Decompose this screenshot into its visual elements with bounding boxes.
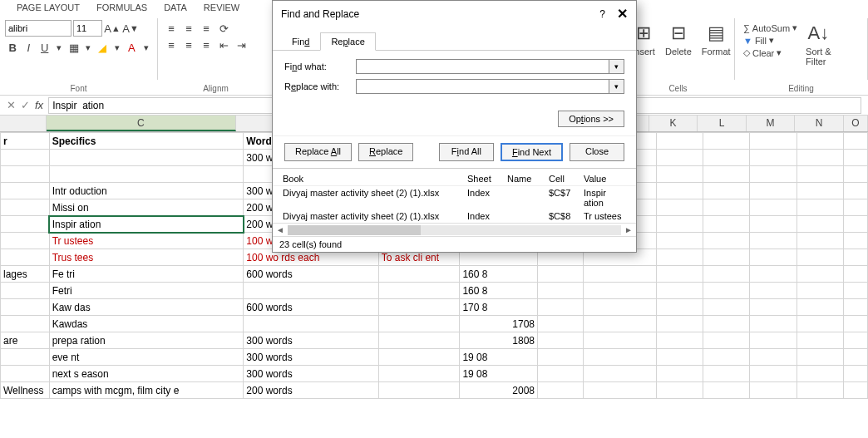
cell[interactable]: [703, 366, 750, 382]
cell[interactable]: [750, 316, 796, 332]
cell[interactable]: [796, 133, 843, 150]
align-center-icon[interactable]: ≡: [180, 37, 197, 53]
cell[interactable]: 1808: [460, 332, 538, 349]
cell[interactable]: [796, 366, 843, 382]
result-col-name[interactable]: Name: [504, 174, 545, 184]
col-header-m[interactable]: M: [747, 116, 795, 131]
cell[interactable]: [378, 266, 460, 283]
cell[interactable]: [378, 349, 460, 366]
cell[interactable]: Specifics: [49, 133, 244, 150]
cell[interactable]: [656, 183, 703, 199]
cell[interactable]: [49, 166, 244, 183]
cell[interactable]: 300 words: [244, 349, 378, 366]
cell[interactable]: [244, 283, 378, 299]
cell[interactable]: [703, 233, 750, 249]
cell[interactable]: Fe tri: [49, 266, 244, 283]
cell[interactable]: [796, 216, 843, 233]
cell[interactable]: [703, 349, 750, 366]
find-all-button[interactable]: Find All: [439, 143, 494, 161]
cell[interactable]: [1, 199, 50, 216]
cell[interactable]: prepa ration: [49, 332, 244, 349]
cell[interactable]: [796, 233, 843, 249]
cell[interactable]: [703, 316, 750, 332]
cell[interactable]: [844, 316, 868, 332]
indent-dec-icon[interactable]: ⇤: [215, 37, 232, 53]
cell[interactable]: [656, 166, 703, 183]
cell[interactable]: [703, 150, 750, 166]
cell[interactable]: [244, 316, 378, 332]
format-button[interactable]: ▤Format: [697, 20, 736, 78]
cell[interactable]: [844, 299, 868, 316]
font-size-select[interactable]: [73, 20, 102, 37]
fill-button[interactable]: ▼Fill▾: [743, 34, 797, 47]
align-bot-icon[interactable]: ≡: [198, 20, 215, 37]
cell[interactable]: [703, 332, 750, 349]
fx-icon[interactable]: fx: [35, 99, 43, 111]
cell[interactable]: [656, 332, 703, 349]
cell[interactable]: Fetri: [49, 283, 244, 299]
cell[interactable]: [538, 382, 584, 399]
increase-font-icon[interactable]: A▲: [104, 20, 121, 37]
cell[interactable]: [538, 299, 584, 316]
cell[interactable]: [378, 316, 460, 332]
cell[interactable]: [750, 216, 796, 233]
cell[interactable]: [656, 299, 703, 316]
enter-icon[interactable]: ✓: [21, 99, 30, 111]
result-col-value[interactable]: Value: [580, 174, 629, 184]
cell[interactable]: [796, 166, 843, 183]
cell[interactable]: [656, 349, 703, 366]
cell[interactable]: [656, 199, 703, 216]
cell[interactable]: [750, 233, 796, 249]
cell[interactable]: [583, 283, 656, 299]
cell[interactable]: [1, 166, 50, 183]
cell[interactable]: [583, 332, 656, 349]
cell[interactable]: [844, 249, 868, 266]
cell[interactable]: [703, 133, 750, 150]
cell[interactable]: [796, 199, 843, 216]
cell[interactable]: [750, 266, 796, 283]
cell[interactable]: [656, 233, 703, 249]
autosum-button[interactable]: ∑AutoSum▾: [743, 22, 797, 34]
replace-with-input[interactable]: [356, 79, 609, 94]
indent-inc-icon[interactable]: ⇥: [233, 37, 249, 53]
cell[interactable]: 600 words: [244, 266, 378, 283]
cell[interactable]: [796, 316, 843, 332]
result-col-cell[interactable]: Cell: [545, 174, 580, 184]
cell[interactable]: [796, 283, 843, 299]
scroll-right-icon[interactable]: ►: [624, 225, 633, 234]
cell[interactable]: [538, 266, 584, 283]
cell[interactable]: [656, 150, 703, 166]
cell[interactable]: [1, 150, 50, 166]
cell[interactable]: [378, 299, 460, 316]
cell[interactable]: [49, 150, 244, 166]
tab-data[interactable]: DATA: [155, 0, 195, 18]
cell[interactable]: [844, 349, 868, 366]
options-button[interactable]: Options >>: [558, 111, 624, 127]
cell[interactable]: [844, 266, 868, 283]
col-header-n[interactable]: N: [795, 116, 843, 131]
cell[interactable]: 200 words: [244, 382, 378, 399]
cell[interactable]: 19 08: [460, 366, 538, 382]
cell[interactable]: [1, 283, 50, 299]
cell[interactable]: [796, 183, 843, 199]
cell[interactable]: [750, 349, 796, 366]
cell[interactable]: 600 words: [244, 299, 378, 316]
italic-button[interactable]: I: [21, 39, 36, 56]
align-left-icon[interactable]: ≡: [163, 37, 180, 53]
cell[interactable]: [796, 266, 843, 283]
tab-pagelayout[interactable]: PAGE LAYOUT: [8, 0, 88, 18]
cell[interactable]: Inspir ation: [49, 216, 244, 233]
fill-color-button[interactable]: ◢: [95, 39, 110, 56]
cell[interactable]: Missi on: [49, 199, 244, 216]
clear-button[interactable]: ◇Clear▾: [743, 47, 797, 59]
cell[interactable]: [750, 199, 796, 216]
tab-replace[interactable]: Replace: [320, 32, 375, 51]
cell[interactable]: [796, 150, 843, 166]
close-button[interactable]: Close: [570, 143, 624, 161]
cell[interactable]: Kawdas: [49, 316, 244, 332]
cell[interactable]: [703, 283, 750, 299]
delete-button[interactable]: ⊟Delete: [660, 20, 697, 78]
decrease-font-icon[interactable]: A▼: [122, 20, 139, 37]
tab-review[interactable]: REVIEW: [195, 0, 248, 18]
cell[interactable]: [796, 382, 843, 399]
